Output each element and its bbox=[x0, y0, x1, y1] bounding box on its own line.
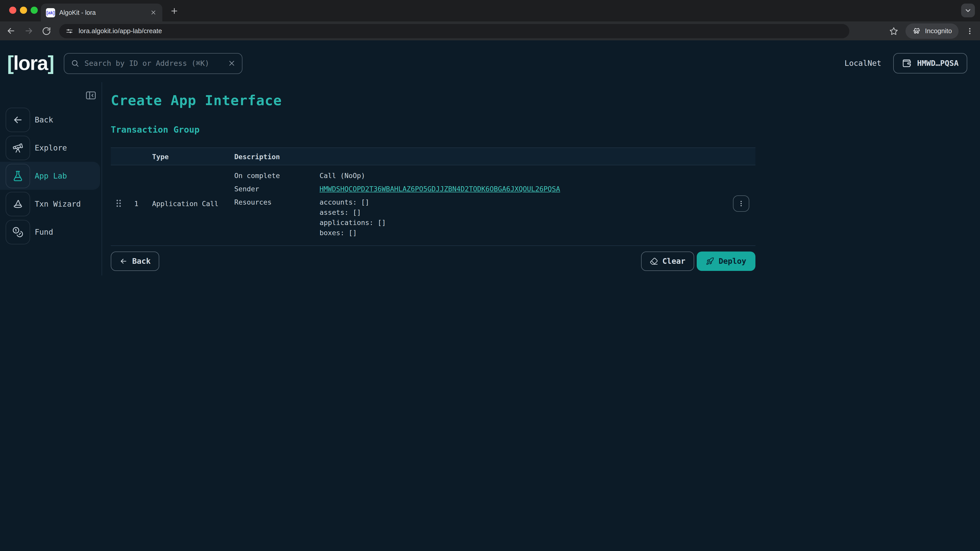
clear-button-label: Clear bbox=[662, 257, 685, 266]
rocket-icon bbox=[706, 257, 714, 265]
search-box bbox=[64, 53, 242, 74]
description-labels: On complete Sender Resources bbox=[234, 169, 320, 238]
browser-reload-icon[interactable] bbox=[42, 26, 51, 35]
sidebar-item-label: Back bbox=[35, 115, 53, 124]
drag-handle[interactable] bbox=[111, 199, 134, 208]
lora-logo[interactable]: [lora] bbox=[7, 52, 54, 75]
network-label: LocalNet bbox=[845, 59, 881, 68]
back-button-label: Back bbox=[132, 257, 151, 266]
main-content: Create App Interface Transaction Group T… bbox=[102, 82, 980, 275]
sidebar-item-explore[interactable]: Explore bbox=[0, 134, 102, 162]
sidebar-item-label: Explore bbox=[35, 143, 67, 152]
sidebar-item-txn-wizard[interactable]: Txn Wizard bbox=[0, 190, 102, 218]
incognito-icon bbox=[912, 27, 921, 35]
tab-favicon: [ak] bbox=[46, 8, 55, 17]
logo-bracket-open: [ bbox=[7, 52, 13, 74]
resource-item: accounts: [] bbox=[320, 197, 714, 207]
coins-icon bbox=[6, 220, 30, 244]
wallet-label: HMWD…PQSA bbox=[917, 59, 959, 68]
app-header: [lora] LocalNet HMWD…PQSA bbox=[0, 40, 980, 82]
sender-address-link[interactable]: HMWDSHQCOPD2T36WBAHLAZ6PO5GDJJZBN4D2TODK… bbox=[320, 185, 560, 193]
row-menu-button[interactable] bbox=[733, 195, 749, 211]
flask-icon bbox=[6, 164, 30, 188]
browser-back-icon[interactable] bbox=[6, 26, 16, 36]
browser-menu-icon[interactable] bbox=[966, 27, 974, 35]
toolbar-right: Incognito bbox=[889, 23, 974, 38]
table-header: Type Description bbox=[111, 148, 756, 165]
address-bar[interactable]: lora.algokit.io/app-lab/create bbox=[59, 24, 850, 38]
sidebar-item-label: Txn Wizard bbox=[35, 199, 81, 208]
clear-button[interactable]: Clear bbox=[641, 251, 694, 271]
deploy-button[interactable]: Deploy bbox=[697, 251, 756, 271]
column-header-type: Type bbox=[152, 152, 234, 160]
page-title: Create App Interface bbox=[111, 92, 980, 108]
wallet-icon bbox=[902, 58, 912, 68]
close-window-button[interactable] bbox=[9, 6, 16, 14]
incognito-badge: Incognito bbox=[905, 23, 959, 38]
tab-search-button[interactable] bbox=[961, 3, 975, 17]
search-input[interactable] bbox=[83, 59, 223, 68]
browser-window: [ak] AlgoKit - lora lora.algokit.io/a bbox=[0, 0, 980, 275]
field-label: Sender bbox=[234, 182, 320, 195]
chevron-down-icon bbox=[965, 7, 971, 14]
tab-close-icon[interactable] bbox=[150, 9, 157, 16]
form-actions: Back Clear Deploy bbox=[111, 251, 756, 271]
search-clear-icon[interactable] bbox=[228, 60, 235, 67]
browser-tabstrip: [ak] AlgoKit - lora bbox=[0, 0, 980, 21]
deploy-button-label: Deploy bbox=[719, 257, 746, 266]
resources-list: accounts: [] assets: [] applications: []… bbox=[320, 197, 714, 238]
logo-bracket-close: ] bbox=[48, 52, 54, 74]
sidebar-item-label: Fund bbox=[35, 227, 53, 237]
tab-title: AlgoKit - lora bbox=[59, 9, 150, 16]
back-button[interactable]: Back bbox=[111, 251, 159, 271]
minimize-window-button[interactable] bbox=[20, 6, 27, 14]
app-body: Back Explore App Lab Txn Wizard bbox=[0, 82, 980, 275]
logo-name: lora bbox=[13, 52, 48, 74]
section-title: Transaction Group bbox=[111, 124, 980, 135]
actions-right-group: Clear Deploy bbox=[641, 251, 756, 271]
sidebar-item-app-lab[interactable]: App Lab bbox=[0, 162, 100, 190]
resource-item: boxes: [] bbox=[320, 227, 714, 238]
bookmark-star-icon[interactable] bbox=[889, 26, 898, 35]
transaction-group-table: Type Description 1 Application Call On c… bbox=[111, 148, 756, 246]
resource-item: assets: [] bbox=[320, 207, 714, 218]
panel-collapse-icon bbox=[85, 90, 97, 101]
sidebar-item-fund[interactable]: Fund bbox=[0, 218, 102, 246]
eraser-icon bbox=[649, 257, 658, 265]
sidebar-item-back[interactable]: Back bbox=[0, 106, 102, 134]
wizard-hat-icon bbox=[6, 192, 30, 216]
telescope-icon bbox=[6, 135, 30, 160]
url-text: lora.algokit.io/app-lab/create bbox=[79, 27, 162, 35]
field-label: On complete bbox=[234, 169, 320, 182]
arrow-left-icon bbox=[6, 107, 30, 132]
search-icon bbox=[71, 59, 79, 67]
column-header-description: Description bbox=[234, 152, 320, 160]
sidebar-collapse-button[interactable] bbox=[85, 90, 97, 101]
resource-item: applications: [] bbox=[320, 218, 714, 227]
row-actions bbox=[714, 195, 756, 211]
grip-dots-icon bbox=[116, 199, 121, 208]
row-index: 1 bbox=[134, 199, 152, 207]
sidebar: Back Explore App Lab Txn Wizard bbox=[0, 82, 102, 275]
zoom-window-button[interactable] bbox=[30, 6, 38, 14]
row-type: Application Call bbox=[152, 199, 234, 207]
browser-tab[interactable]: [ak] AlgoKit - lora bbox=[41, 3, 162, 21]
description-values: Call (NoOp) HMWDSHQCOPD2T36WBAHLAZ6PO5GD… bbox=[320, 169, 714, 238]
browser-forward-icon[interactable] bbox=[24, 26, 34, 36]
window-controls bbox=[9, 6, 38, 14]
site-settings-icon[interactable] bbox=[65, 27, 73, 35]
sidebar-item-label: App Lab bbox=[35, 171, 67, 180]
wallet-button[interactable]: HMWD…PQSA bbox=[893, 53, 967, 73]
field-label: Resources bbox=[234, 197, 320, 207]
table-row: 1 Application Call On complete Sender Re… bbox=[111, 165, 756, 246]
new-tab-button[interactable] bbox=[170, 7, 178, 15]
arrow-left-icon bbox=[119, 257, 127, 265]
kebab-icon bbox=[738, 200, 745, 207]
on-complete-value: Call (NoOp) bbox=[320, 169, 714, 182]
browser-toolbar: lora.algokit.io/app-lab/create Incognito bbox=[0, 21, 980, 40]
incognito-label: Incognito bbox=[925, 27, 952, 35]
